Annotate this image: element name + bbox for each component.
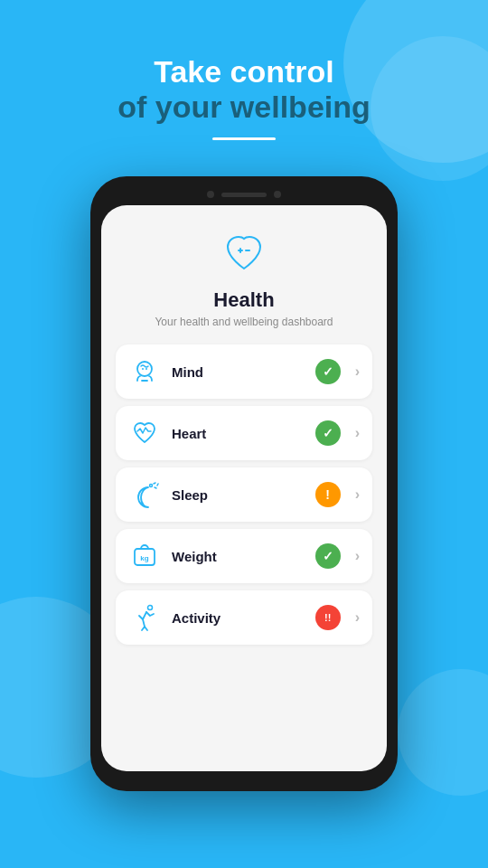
health-icon [219,227,269,281]
app-subtitle: Your health and wellbeing dashboard [155,316,333,328]
sensor-dot [274,191,281,198]
heart-icon [128,417,161,449]
phone-frame: Health Your health and wellbeing dashboa… [90,176,398,791]
activity-label: Activity [172,610,305,626]
camera-dot [207,191,214,198]
app-header: Health Your health and wellbeing dashboa… [155,227,333,328]
phone-mockup: Health Your health and wellbeing dashboa… [0,176,488,791]
sleep-label: Sleep [172,487,305,503]
phone-notch [101,187,387,205]
hero-divider [212,137,276,140]
weight-icon: kg [128,540,161,572]
weight-status: ✓ [315,543,341,569]
mind-chevron: › [355,363,360,380]
weight-item[interactable]: kg Weight ✓ › [116,529,372,583]
activity-status: !! [315,605,341,630]
svg-point-5 [145,368,147,370]
speaker-bar [221,193,267,197]
heart-chevron: › [355,425,360,441]
hero-title-line2: of your wellbeing [0,90,488,125]
weight-label: Weight [172,549,305,564]
sleep-status: ! [315,482,341,507]
heart-item[interactable]: Heart ✓ › [116,406,372,460]
svg-text:kg: kg [140,554,148,562]
activity-chevron: › [355,609,360,626]
phone-screen: Health Your health and wellbeing dashboa… [101,205,387,771]
weight-chevron: › [355,548,360,564]
app-title: Health [213,288,274,312]
mind-label: Mind [172,364,305,380]
mind-status: ✓ [315,359,341,384]
sleep-item[interactable]: Sleep ! › [116,467,372,522]
health-list: Mind ✓ › Heart ✓ › [116,344,372,645]
heart-status: ✓ [315,420,341,446]
heart-label: Heart [172,426,305,441]
svg-point-6 [150,485,153,487]
hero-title-line1: Take control [0,54,488,90]
svg-point-4 [142,368,144,370]
activity-icon [128,601,161,634]
svg-point-9 [148,606,153,610]
activity-item[interactable]: Activity !! › [116,590,372,645]
mind-item[interactable]: Mind ✓ › [116,344,372,399]
mind-icon [128,355,161,388]
hero-section: Take control of your wellbeing [0,0,488,158]
svg-point-3 [137,362,152,376]
sleep-icon [128,478,161,511]
sleep-chevron: › [355,486,360,503]
